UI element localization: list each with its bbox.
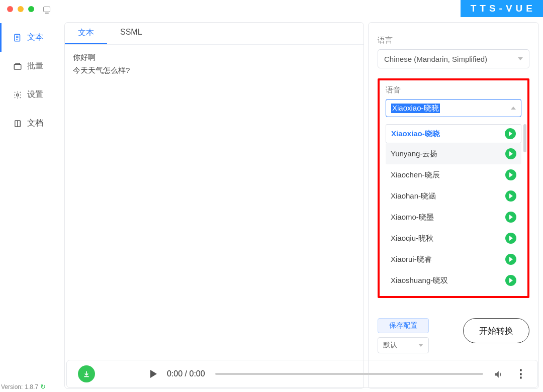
preset-value: 默认 <box>383 341 397 350</box>
window-controls <box>7 6 34 12</box>
scrollbar-thumb[interactable] <box>523 124 526 152</box>
voice-option[interactable]: Xiaorui-晓睿 <box>386 249 521 270</box>
language-value: Chinese (Mandarin, Simplified) <box>384 55 487 63</box>
more-icon[interactable]: ⋮ <box>515 367 526 380</box>
display-icon <box>43 7 50 12</box>
voice-option[interactable]: Xiaochen-晓辰 <box>386 164 521 185</box>
audio-player: 0:00 / 0:00 ⋮ <box>66 360 538 388</box>
refresh-icon[interactable]: ↻ <box>40 383 46 390</box>
book-icon <box>13 119 22 128</box>
play-icon[interactable] <box>505 254 516 265</box>
tab-text[interactable]: 文本 <box>65 23 107 44</box>
sidebar-item-settings[interactable]: 设置 <box>0 80 62 109</box>
voice-label: 语音 <box>386 85 521 95</box>
seek-bar[interactable] <box>215 373 483 375</box>
app-brand: TTS-VUE <box>461 0 543 17</box>
sidebar-item-docs[interactable]: 文档 <box>0 109 62 138</box>
version-bar: Version:1.8.7 ↻ <box>0 383 46 390</box>
chevron-down-icon <box>418 344 423 347</box>
tab-ssml[interactable]: SSML <box>107 23 155 44</box>
chevron-down-icon <box>518 57 523 60</box>
voice-option[interactable]: Xiaomo-晓墨 <box>386 207 521 228</box>
svg-point-5 <box>17 93 19 96</box>
save-config-button[interactable]: 保存配置 <box>378 318 429 333</box>
svg-rect-4 <box>14 64 21 69</box>
volume-icon[interactable] <box>493 369 502 378</box>
sidebar-item-label: 设置 <box>27 89 43 100</box>
voice-option[interactable]: Xiaohan-晓涵 <box>386 185 521 207</box>
voice-option[interactable]: Xiaoqiu-晓秋 <box>386 228 521 249</box>
titlebar: TTS-VUE <box>0 0 543 18</box>
voice-search-value: Xiaoxiao-晓晓 <box>391 104 440 113</box>
sidebar-item-text[interactable]: 文本 <box>0 23 62 52</box>
version-prefix: Version: <box>1 383 23 390</box>
action-row: 保存配置 默认 开始转换 <box>378 318 529 353</box>
config-panel: 语言 Chinese (Mandarin, Simplified) 语音 Xia… <box>368 22 539 389</box>
sidebar-item-label: 文本 <box>27 32 43 43</box>
batch-icon <box>13 62 22 71</box>
preset-select[interactable]: 默认 <box>378 337 429 353</box>
play-icon[interactable] <box>505 233 516 244</box>
gear-icon <box>13 90 22 100</box>
play-icon[interactable] <box>505 275 516 286</box>
minimize-icon[interactable] <box>18 6 24 12</box>
editor-panel: 文本 SSML 你好啊 今天天气怎么样? <box>64 22 364 389</box>
play-icon[interactable] <box>505 190 516 202</box>
version-number: 1.8.7 <box>25 383 38 390</box>
maximize-icon[interactable] <box>28 6 34 12</box>
start-convert-button[interactable]: 开始转换 <box>463 318 529 343</box>
play-icon[interactable] <box>505 128 516 139</box>
language-select[interactable]: Chinese (Mandarin, Simplified) <box>378 49 529 68</box>
sidebar-item-label: 批量 <box>27 61 43 71</box>
text-input[interactable]: 你好啊 今天天气怎么样? <box>65 45 364 388</box>
sidebar-item-batch[interactable]: 批量 <box>0 52 62 80</box>
voice-option[interactable]: Xiaoxiao-晓晓 <box>386 124 521 143</box>
voice-list: Xiaoxiao-晓晓 Yunyang-云扬 Xiaochen-晓辰 Xiaoh… <box>386 124 521 291</box>
play-icon[interactable] <box>505 148 516 159</box>
player-time: 0:00 / 0:00 <box>167 369 205 378</box>
voice-option[interactable]: Xiaoshuang-晓双 <box>386 270 521 291</box>
play-icon[interactable] <box>505 212 516 223</box>
document-icon <box>13 33 22 42</box>
download-button[interactable] <box>78 365 95 382</box>
play-button[interactable] <box>150 370 157 378</box>
chevron-up-icon <box>511 107 516 110</box>
voice-highlight: 语音 Xiaoxiao-晓晓 Xiaoxiao-晓晓 Yunyang-云扬 Xi… <box>378 78 529 298</box>
language-label: 语言 <box>378 36 529 45</box>
editor-tabs: 文本 SSML <box>65 23 364 45</box>
voice-search-input[interactable]: Xiaoxiao-晓晓 <box>386 99 521 117</box>
sidebar-item-label: 文档 <box>27 118 43 129</box>
close-icon[interactable] <box>7 6 13 12</box>
play-icon[interactable] <box>505 169 516 180</box>
voice-option[interactable]: Yunyang-云扬 <box>386 143 521 164</box>
sidebar: 文本 批量 设置 文档 <box>0 19 62 392</box>
